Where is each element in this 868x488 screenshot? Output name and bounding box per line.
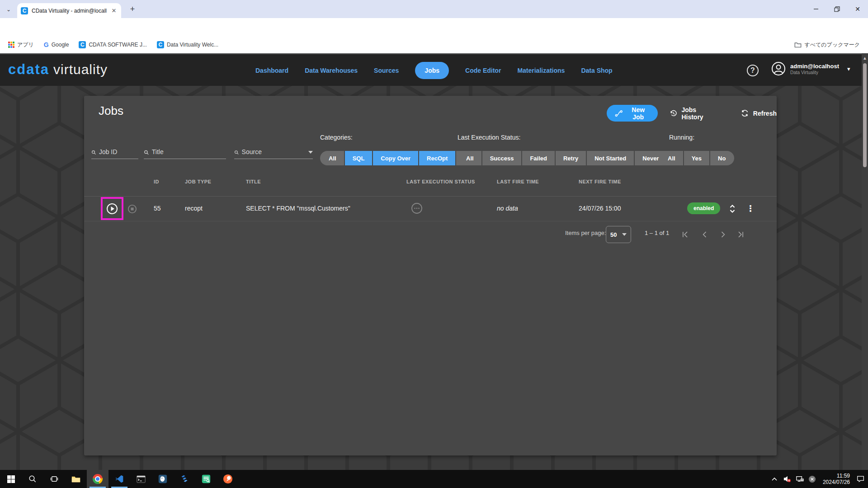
new-job-button[interactable]: New Job [607, 105, 658, 122]
chevron-down-icon: ▾ [847, 66, 850, 72]
nav-dashboard[interactable]: Dashboard [255, 67, 288, 74]
taskbar-terminal-button[interactable] [130, 470, 152, 488]
nav-data-shop[interactable]: Data Shop [581, 67, 612, 74]
jobs-history-button[interactable]: Jobs History [670, 105, 715, 122]
refresh-icon [741, 109, 749, 117]
taskbar-log-viewer-button[interactable] [195, 470, 217, 488]
last-page-button[interactable] [735, 229, 747, 240]
row-menu-button[interactable]: ⋮ [742, 201, 759, 217]
taskbar-clock[interactable]: 11:59 2024/07/26 [819, 473, 854, 485]
tab-search-icon[interactable]: ⌄ [4, 5, 14, 14]
nav-code-editor[interactable]: Code Editor [465, 67, 501, 74]
help-icon[interactable]: ? [747, 65, 759, 76]
chip-status-success[interactable]: Success [481, 151, 522, 165]
scrollbar-thumb[interactable] [863, 63, 867, 167]
row-status-pending-icon [411, 202, 423, 216]
taskbar-search-button[interactable] [22, 470, 43, 488]
bookmark-data-virtuality[interactable]: C Data Virtuality Welc... [153, 39, 222, 50]
items-per-page-value: 50 [610, 231, 617, 238]
new-tab-button[interactable]: + [127, 5, 137, 14]
chip-status-retry[interactable]: Retry [555, 151, 586, 165]
nav-data-warehouses[interactable]: Data Warehouses [305, 67, 358, 74]
stop-icon [127, 204, 137, 214]
volume-muted-icon[interactable] [781, 470, 793, 488]
page-scrollbar[interactable]: ▲ [862, 53, 868, 470]
network-icon[interactable] [794, 470, 806, 488]
nav-materializations[interactable]: Materializations [517, 67, 565, 74]
chip-category-sql[interactable]: SQL [344, 151, 373, 165]
postgres-icon [158, 474, 167, 483]
chip-category-copy-over[interactable]: Copy Over [372, 151, 418, 165]
chip-running-no[interactable]: No [709, 151, 734, 165]
first-page-button[interactable] [679, 229, 691, 240]
items-per-page-label: Items per page: [565, 230, 606, 236]
status-x-icon[interactable] [807, 470, 818, 488]
vscode-icon [115, 474, 124, 483]
bookmark-google-label: Google [52, 42, 69, 48]
col-header-title: TITLE [246, 179, 261, 184]
start-button[interactable] [0, 470, 22, 488]
enabled-badge[interactable]: enabled [687, 202, 720, 214]
windows-icon [7, 475, 15, 483]
cdata-favicon-icon: C [79, 41, 86, 48]
file-explorer-button[interactable] [65, 470, 87, 488]
col-header-job-type: JOB TYPE [185, 179, 211, 184]
dropdown-caret-icon[interactable] [308, 151, 313, 154]
task-view-button[interactable] [43, 470, 65, 488]
all-bookmarks-button[interactable]: すべてのブックマーク [791, 39, 863, 51]
pagination-range: 1 – 1 of 1 [645, 230, 669, 236]
scroll-up-icon[interactable]: ▲ [863, 56, 867, 61]
folder-icon [794, 42, 802, 48]
source-select[interactable] [242, 148, 306, 155]
taskbar-postman-button[interactable] [217, 470, 239, 488]
bookmark-apps[interactable]: アプリ [5, 39, 38, 51]
chip-category-all[interactable]: All [320, 151, 344, 165]
window-restore-button[interactable] [826, 0, 847, 18]
row-next-fire: 24/07/26 15:00 [579, 205, 621, 212]
search-icon [144, 150, 149, 155]
chip-category-recopt[interactable]: RecOpt [418, 151, 455, 165]
bookmark-google[interactable]: G Google [40, 39, 73, 50]
chip-running-all[interactable]: All [659, 151, 683, 165]
tab-close-icon[interactable]: ✕ [110, 7, 118, 14]
bookmark-apps-label: アプリ [17, 41, 34, 49]
nav-sources[interactable]: Sources [374, 67, 399, 74]
tray-expand-icon[interactable] [769, 470, 780, 488]
screen: ⌄ C CData Virtuality - admin@locall ✕ + … [0, 0, 868, 488]
job-id-input[interactable] [99, 148, 138, 155]
title-filter[interactable] [144, 142, 226, 159]
user-menu[interactable]: admin@localhost Data Virtuality ▾ [771, 61, 850, 76]
chip-status-failed[interactable]: Failed [521, 151, 555, 165]
system-tray: 11:59 2024/07/26 [769, 470, 868, 488]
title-input[interactable] [152, 148, 226, 155]
status-label: Last Execution Status: [458, 134, 520, 141]
nav-jobs[interactable]: Jobs [415, 62, 449, 79]
chip-status-all[interactable]: All [458, 151, 481, 165]
taskbar-vscode-button[interactable] [108, 470, 130, 488]
window-close-button[interactable]: ✕ [847, 0, 868, 18]
clock-time: 11:59 [823, 473, 850, 479]
window-controls: ✕ [806, 0, 868, 18]
taskbar-pgadmin-button[interactable] [152, 470, 174, 488]
prev-page-button[interactable] [699, 229, 711, 240]
priority-sort-button[interactable] [724, 201, 741, 217]
browser-tab[interactable]: C CData Virtuality - admin@locall ✕ [17, 3, 121, 18]
job-id-filter[interactable] [91, 142, 138, 159]
chip-running-yes[interactable]: Yes [683, 151, 709, 165]
taskbar-chrome-button[interactable] [87, 470, 108, 488]
log-search-icon [202, 474, 211, 483]
refresh-button[interactable]: Refresh [741, 105, 777, 122]
user-avatar-icon [771, 61, 786, 76]
app-logo[interactable]: cdata virtuality [8, 61, 108, 78]
chip-status-not-started[interactable]: Not Started [586, 151, 634, 165]
window-minimize-button[interactable] [806, 0, 826, 18]
running-chips: All Yes No [659, 151, 734, 165]
bookmark-cdata[interactable]: C CDATA SOFTWARE J... [75, 39, 150, 50]
action-center-icon[interactable] [854, 470, 866, 488]
items-per-page-select[interactable]: 50 [606, 226, 631, 243]
all-bookmarks-label: すべてのブックマーク [804, 41, 860, 49]
next-page-button[interactable] [717, 229, 729, 240]
source-filter[interactable] [234, 142, 313, 159]
taskbar-layers-app-button[interactable] [174, 470, 195, 488]
stop-job-button[interactable] [124, 201, 140, 217]
